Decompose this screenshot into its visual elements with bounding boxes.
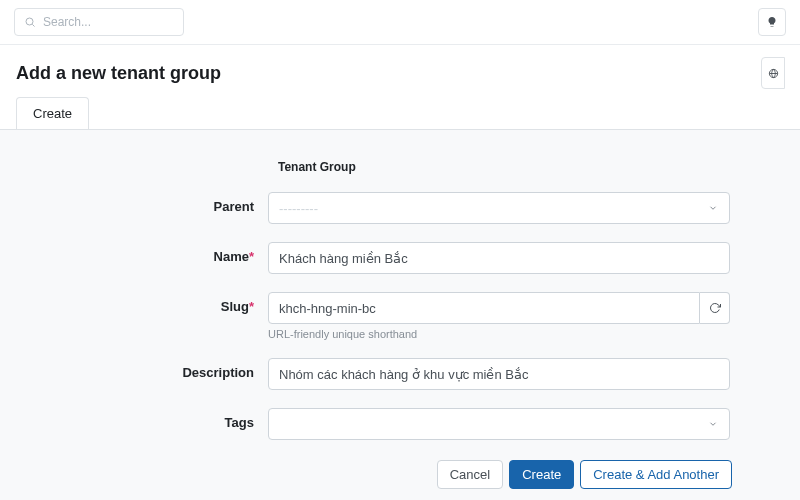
search-icon: [24, 16, 36, 28]
create-button[interactable]: Create: [509, 460, 574, 489]
section-heading: Tenant Group: [278, 160, 730, 174]
svg-point-0: [26, 18, 33, 25]
slug-help-text: URL-friendly unique shorthand: [268, 328, 730, 340]
label-tags: Tags: [0, 408, 268, 430]
cancel-button[interactable]: Cancel: [437, 460, 503, 489]
page-title: Add a new tenant group: [16, 63, 761, 84]
refresh-icon: [709, 302, 721, 314]
slug-input[interactable]: [268, 292, 700, 324]
label-slug: Slug*: [0, 292, 268, 314]
tags-select[interactable]: [268, 408, 730, 440]
label-name: Name*: [0, 242, 268, 264]
label-description: Description: [0, 358, 268, 380]
search-box: [14, 8, 184, 36]
search-input[interactable]: [14, 8, 184, 36]
name-input[interactable]: [268, 242, 730, 274]
tab-create[interactable]: Create: [16, 97, 89, 129]
parent-select[interactable]: [268, 192, 730, 224]
slug-regenerate-button[interactable]: [700, 292, 730, 324]
svg-line-1: [32, 24, 34, 26]
label-parent: Parent: [0, 192, 268, 214]
theme-toggle-button[interactable]: [758, 8, 786, 36]
create-add-another-button[interactable]: Create & Add Another: [580, 460, 732, 489]
lightbulb-icon: [766, 16, 778, 28]
bookmark-icon: [768, 68, 779, 79]
description-input[interactable]: [268, 358, 730, 390]
export-button[interactable]: [761, 57, 785, 89]
